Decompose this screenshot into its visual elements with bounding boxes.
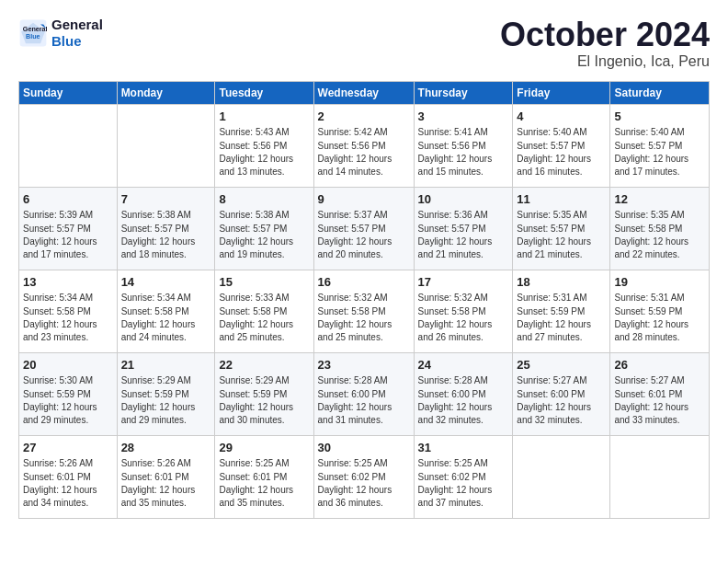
calendar-cell: 4Sunrise: 5:40 AM Sunset: 5:57 PM Daylig… (513, 104, 610, 187)
day-info: Sunrise: 5:36 AM Sunset: 5:57 PM Dayligh… (418, 209, 509, 261)
calendar-cell: 2Sunrise: 5:42 AM Sunset: 5:56 PM Daylig… (313, 104, 414, 187)
day-info: Sunrise: 5:33 AM Sunset: 5:58 PM Dayligh… (219, 292, 309, 344)
day-info: Sunrise: 5:41 AM Sunset: 5:56 PM Dayligh… (418, 126, 509, 178)
day-number: 21 (121, 357, 211, 374)
day-info: Sunrise: 5:25 AM Sunset: 6:02 PM Dayligh… (318, 457, 410, 510)
day-info: Sunrise: 5:32 AM Sunset: 5:58 PM Dayligh… (418, 292, 509, 344)
calendar-cell: 29Sunrise: 5:25 AM Sunset: 6:01 PM Dayli… (215, 435, 313, 518)
day-info: Sunrise: 5:30 AM Sunset: 5:59 PM Dayligh… (23, 374, 113, 427)
calendar-week-row: 1Sunrise: 5:43 AM Sunset: 5:56 PM Daylig… (19, 104, 710, 187)
day-info: Sunrise: 5:35 AM Sunset: 5:58 PM Dayligh… (614, 209, 705, 261)
location: El Ingenio, Ica, Peru (500, 53, 710, 70)
calendar-cell: 28Sunrise: 5:26 AM Sunset: 6:01 PM Dayli… (117, 435, 215, 518)
weekday-header: Wednesday (313, 81, 414, 104)
day-number: 5 (614, 109, 705, 126)
day-info: Sunrise: 5:34 AM Sunset: 5:58 PM Dayligh… (121, 292, 211, 344)
calendar-week-row: 13Sunrise: 5:34 AM Sunset: 5:58 PM Dayli… (19, 270, 710, 352)
day-number: 10 (418, 191, 509, 209)
day-number: 3 (418, 109, 509, 126)
calendar-cell: 11Sunrise: 5:35 AM Sunset: 5:57 PM Dayli… (513, 187, 610, 270)
calendar-cell: 31Sunrise: 5:25 AM Sunset: 6:02 PM Dayli… (414, 435, 513, 518)
calendar-cell (117, 104, 215, 187)
calendar-cell: 25Sunrise: 5:27 AM Sunset: 6:00 PM Dayli… (513, 352, 610, 435)
calendar-cell: 21Sunrise: 5:29 AM Sunset: 5:59 PM Dayli… (117, 352, 215, 435)
day-info: Sunrise: 5:31 AM Sunset: 5:59 PM Dayligh… (614, 292, 705, 344)
day-number: 24 (418, 357, 509, 374)
calendar-week-row: 20Sunrise: 5:30 AM Sunset: 5:59 PM Dayli… (19, 352, 710, 435)
day-info: Sunrise: 5:38 AM Sunset: 5:57 PM Dayligh… (219, 209, 309, 261)
day-number: 22 (219, 357, 309, 374)
header: General Blue General Blue October 2024 E… (18, 17, 710, 70)
calendar-cell: 20Sunrise: 5:30 AM Sunset: 5:59 PM Dayli… (19, 352, 118, 435)
day-number: 16 (318, 274, 410, 292)
calendar-cell: 23Sunrise: 5:28 AM Sunset: 6:00 PM Dayli… (313, 352, 414, 435)
calendar-cell: 30Sunrise: 5:25 AM Sunset: 6:02 PM Dayli… (313, 435, 414, 518)
title-block: October 2024 El Ingenio, Ica, Peru (500, 17, 710, 70)
day-info: Sunrise: 5:29 AM Sunset: 5:59 PM Dayligh… (219, 374, 309, 427)
calendar-cell: 13Sunrise: 5:34 AM Sunset: 5:58 PM Dayli… (19, 270, 118, 352)
calendar-cell: 6Sunrise: 5:39 AM Sunset: 5:57 PM Daylig… (19, 187, 118, 270)
day-number: 17 (418, 274, 509, 292)
day-info: Sunrise: 5:28 AM Sunset: 6:00 PM Dayligh… (418, 374, 509, 427)
day-info: Sunrise: 5:25 AM Sunset: 6:01 PM Dayligh… (219, 457, 309, 510)
day-number: 4 (517, 109, 606, 126)
calendar-cell: 19Sunrise: 5:31 AM Sunset: 5:59 PM Dayli… (610, 270, 710, 352)
calendar-cell: 10Sunrise: 5:36 AM Sunset: 5:57 PM Dayli… (414, 187, 513, 270)
day-info: Sunrise: 5:34 AM Sunset: 5:58 PM Dayligh… (23, 292, 113, 344)
weekday-header: Thursday (414, 81, 513, 104)
day-info: Sunrise: 5:29 AM Sunset: 5:59 PM Dayligh… (121, 374, 211, 427)
day-number: 15 (219, 274, 309, 292)
calendar-cell: 18Sunrise: 5:31 AM Sunset: 5:59 PM Dayli… (513, 270, 610, 352)
month-title: October 2024 (500, 17, 710, 53)
day-number: 14 (121, 274, 211, 292)
weekday-header: Tuesday (215, 81, 313, 104)
calendar-cell: 7Sunrise: 5:38 AM Sunset: 5:57 PM Daylig… (117, 187, 215, 270)
weekday-header: Friday (513, 81, 610, 104)
svg-text:Blue: Blue (26, 32, 40, 40)
day-number: 20 (23, 357, 113, 374)
logo: General Blue General Blue (18, 17, 103, 50)
calendar-cell: 17Sunrise: 5:32 AM Sunset: 5:58 PM Dayli… (414, 270, 513, 352)
day-number: 1 (219, 109, 309, 126)
calendar-cell: 26Sunrise: 5:27 AM Sunset: 6:01 PM Dayli… (610, 352, 710, 435)
logo-text: General Blue (51, 17, 103, 50)
day-number: 29 (219, 440, 309, 457)
calendar-cell: 12Sunrise: 5:35 AM Sunset: 5:58 PM Dayli… (610, 187, 710, 270)
calendar-cell: 14Sunrise: 5:34 AM Sunset: 5:58 PM Dayli… (117, 270, 215, 352)
day-number: 25 (517, 357, 606, 374)
calendar-table: SundayMondayTuesdayWednesdayThursdayFrid… (18, 81, 710, 519)
day-number: 7 (121, 191, 211, 209)
day-info: Sunrise: 5:38 AM Sunset: 5:57 PM Dayligh… (121, 209, 211, 261)
day-info: Sunrise: 5:42 AM Sunset: 5:56 PM Dayligh… (318, 126, 410, 178)
calendar-cell: 5Sunrise: 5:40 AM Sunset: 5:57 PM Daylig… (610, 104, 710, 187)
calendar-cell: 1Sunrise: 5:43 AM Sunset: 5:56 PM Daylig… (215, 104, 313, 187)
day-info: Sunrise: 5:27 AM Sunset: 6:01 PM Dayligh… (614, 374, 705, 427)
calendar-week-row: 6Sunrise: 5:39 AM Sunset: 5:57 PM Daylig… (19, 187, 710, 270)
day-info: Sunrise: 5:40 AM Sunset: 5:57 PM Dayligh… (517, 126, 606, 178)
day-number: 13 (23, 274, 113, 292)
day-number: 26 (614, 357, 705, 374)
calendar-cell (513, 435, 610, 518)
day-info: Sunrise: 5:32 AM Sunset: 5:58 PM Dayligh… (318, 292, 410, 344)
day-info: Sunrise: 5:31 AM Sunset: 5:59 PM Dayligh… (517, 292, 606, 344)
calendar-cell: 27Sunrise: 5:26 AM Sunset: 6:01 PM Dayli… (19, 435, 118, 518)
day-number: 30 (318, 440, 410, 457)
day-number: 12 (614, 191, 705, 209)
calendar-cell (19, 104, 118, 187)
day-number: 9 (318, 191, 410, 209)
day-number: 18 (517, 274, 606, 292)
day-info: Sunrise: 5:28 AM Sunset: 6:00 PM Dayligh… (318, 374, 410, 427)
calendar-cell: 9Sunrise: 5:37 AM Sunset: 5:57 PM Daylig… (313, 187, 414, 270)
day-info: Sunrise: 5:40 AM Sunset: 5:57 PM Dayligh… (614, 126, 705, 178)
calendar-cell: 15Sunrise: 5:33 AM Sunset: 5:58 PM Dayli… (215, 270, 313, 352)
calendar-cell: 22Sunrise: 5:29 AM Sunset: 5:59 PM Dayli… (215, 352, 313, 435)
day-info: Sunrise: 5:27 AM Sunset: 6:00 PM Dayligh… (517, 374, 606, 427)
day-number: 6 (23, 191, 113, 209)
weekday-header: Sunday (19, 81, 118, 104)
weekday-header: Saturday (610, 81, 710, 104)
calendar-cell (610, 435, 710, 518)
weekday-header: Monday (117, 81, 215, 104)
day-number: 11 (517, 191, 606, 209)
day-info: Sunrise: 5:35 AM Sunset: 5:57 PM Dayligh… (517, 209, 606, 261)
day-info: Sunrise: 5:25 AM Sunset: 6:02 PM Dayligh… (418, 457, 509, 510)
